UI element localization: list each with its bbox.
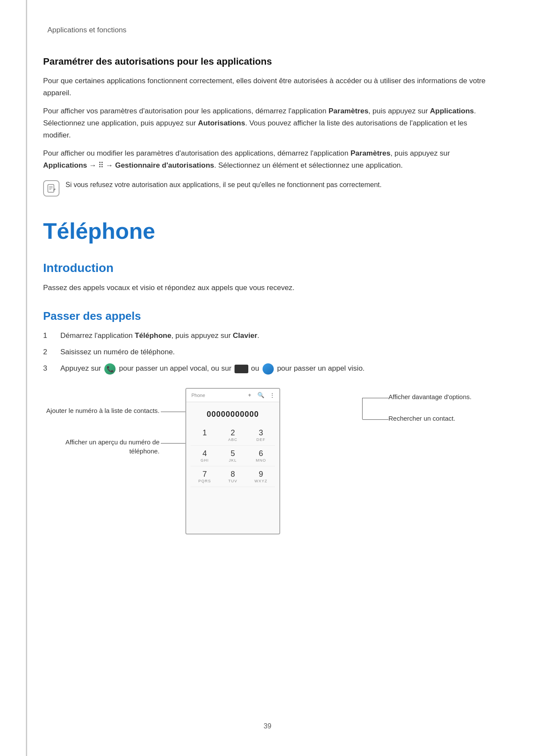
keypad-key-4: 4GHI	[191, 446, 219, 466]
annotation-contacts: Ajouter le numéro à la liste de contacts…	[43, 406, 160, 415]
phone-mockup: Phone + 🔍 ⋮ 00000000000 12ABC3DEF4GHI5JK…	[185, 388, 280, 534]
plus-icon: +	[246, 391, 253, 399]
video-icon-blue	[263, 363, 274, 375]
intro-title: Introduction	[43, 261, 492, 275]
phone-top-bar: Phone + 🔍 ⋮	[186, 389, 279, 402]
keypad-key-7: 7PQRS	[191, 466, 219, 487]
line-contacts	[161, 412, 186, 412]
svg-rect-0	[48, 184, 54, 192]
section1-para1: Pour que certaines applications fonction…	[43, 75, 492, 99]
keypad-key-1: 1	[191, 425, 219, 446]
phone-top-label: Phone	[190, 393, 242, 398]
note-text: Si vous refusez votre autorisation aux a…	[66, 179, 382, 191]
section1-heading: Paramétrer des autorisations pour les ap…	[43, 56, 492, 67]
left-border	[26, 0, 27, 756]
section1-para2: Pour afficher vos paramètres d'autorisat…	[43, 105, 492, 141]
section1-para3: Pour afficher ou modifier les paramètres…	[43, 147, 492, 172]
line-rechercher	[363, 419, 388, 420]
annotation-rechercher: Rechercher un contact.	[388, 414, 492, 423]
step-3: 3 Appuyez sur 📞 pour passer un appel voc…	[43, 362, 492, 375]
line-connector-right	[362, 398, 363, 419]
keypad-key-8: 8TUV	[219, 466, 247, 487]
search-icon: 🔍	[257, 391, 265, 399]
step-2: 2 Saisissez un numéro de téléphone.	[43, 346, 492, 358]
step-1: 1 Démarrez l'application Téléphone, puis…	[43, 330, 492, 342]
keypad-key-6: 6MNO	[247, 446, 275, 466]
note-icon	[43, 180, 59, 197]
line-apercu	[161, 443, 186, 444]
phone-number-display: 00000000000	[186, 402, 279, 423]
intro-text: Passez des appels vocaux et visio et rép…	[43, 282, 492, 294]
keypad-key-2: 2ABC	[219, 425, 247, 446]
annotation-apercu: Afficher un aperçu du numéro de téléphon…	[43, 437, 160, 456]
phone-call-icon: 📞	[104, 363, 116, 375]
keypad-key-3: 3DEF	[247, 425, 275, 446]
keypad-key-5: 5JKL	[219, 446, 247, 466]
annotation-options: Afficher davantage d'options.	[388, 392, 492, 401]
page-number: 39	[0, 722, 535, 730]
breadcrumb: Applications et fonctions	[47, 26, 492, 34]
keypad-key-9: 9WXYZ	[247, 466, 275, 487]
diagram-area: Ajouter le numéro à la liste de contacts…	[43, 388, 492, 543]
more-options-icon: ⋮	[268, 391, 276, 399]
phone-keypad: 12ABC3DEF4GHI5JKL6MNO7PQRS8TUV9WXYZ	[186, 423, 279, 489]
note-box: Si vous refusez votre autorisation aux a…	[43, 179, 492, 197]
steps-list: 1 Démarrez l'application Téléphone, puis…	[43, 330, 492, 375]
video-icon-dark	[235, 365, 248, 373]
chapter-title: Téléphone	[43, 218, 492, 244]
passer-appels-title: Passer des appels	[43, 309, 492, 323]
line-options	[363, 398, 388, 398]
